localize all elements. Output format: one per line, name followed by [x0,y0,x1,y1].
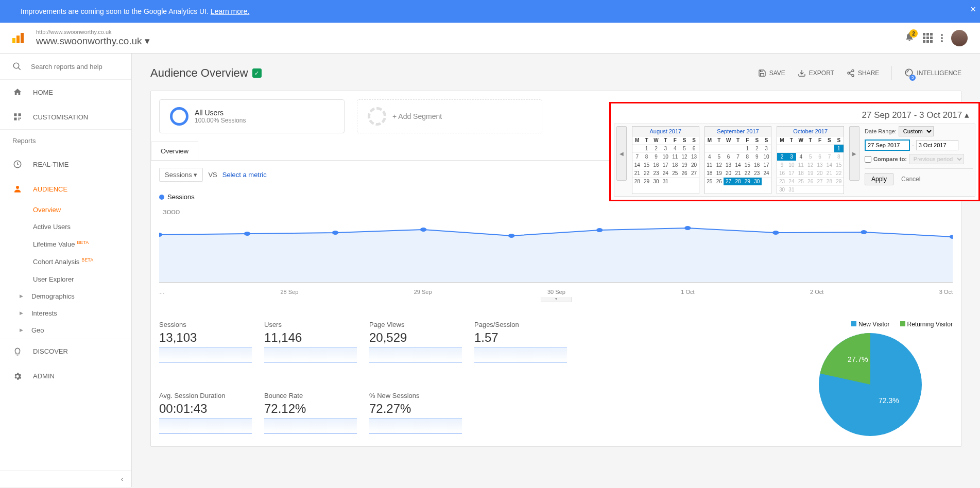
banner-close-icon[interactable]: × [970,4,976,15]
property-selector[interactable]: http://www.swoonworthy.co.uk www.swoonwo… [36,29,150,47]
save-button[interactable]: SAVE [758,69,785,77]
segment-all-users[interactable]: All Users100.00% Sessions [159,99,345,133]
metric-card[interactable]: Sessions13,103 [159,321,252,365]
metric-select[interactable]: Sessions ▾ [159,168,203,182]
user-avatar[interactable] [951,30,968,46]
metric-card[interactable]: Users11,146 [264,321,357,365]
person-icon [12,184,23,194]
nav-audience-overview[interactable]: Overview [0,201,131,218]
apps-icon[interactable] [923,33,933,43]
search-icon [12,62,22,71]
sparkline [264,347,357,362]
date-to-input[interactable] [916,140,958,150]
banner-link[interactable]: Learn more. [211,7,249,15]
calendar-aug[interactable]: August 2017 MTWTFSS 123456 78910111213 1… [632,126,699,194]
nav-admin[interactable]: ADMIN [0,364,131,389]
verified-shield-icon: ✓ [252,68,262,78]
svg-rect-4 [14,118,16,120]
sparkline [369,418,462,433]
ga-logo-icon[interactable] [12,33,24,43]
banner-text: Improvements are coming soon to the Goog… [21,7,209,15]
search-box[interactable]: Search reports and help [0,54,131,80]
collapse-sidebar[interactable]: ‹ [0,470,131,487]
svg-point-12 [852,75,854,77]
metric-value: 72.12% [264,402,357,416]
nav-home[interactable]: HOME [0,80,131,104]
add-segment-button[interactable]: + Add Segment [357,99,542,133]
compare-select[interactable]: Previous period [909,154,964,164]
sparkline [369,347,462,362]
share-icon [847,69,855,77]
notifications-icon[interactable]: 2 [904,31,915,44]
caret-right-icon: ▶ [20,310,23,316]
gear-icon [12,371,23,381]
page-title: Audience Overview [150,66,248,80]
nav-cohort-analysis[interactable]: Cohort AnalysisBETA [0,253,131,270]
nav-discover[interactable]: DISCOVER [0,339,131,364]
svg-point-10 [852,69,854,72]
svg-rect-6 [20,118,21,119]
apply-button[interactable]: Apply [865,173,893,185]
more-icon[interactable] [941,34,943,42]
date-range-panel: 27 Sep 2017 - 3 Oct 2017 ▴ ◀ August 2017… [609,102,980,201]
save-icon [758,69,766,77]
metric-card[interactable]: Pages/Session1.57 [474,321,567,365]
bulb-icon [12,346,23,357]
nav-realtime[interactable]: REAL-TIME [0,152,131,177]
metric-value: 00:01:43 [159,402,252,416]
svg-point-11 [848,72,850,74]
nav-interests[interactable]: ▶Interests [0,305,131,322]
calendar-next-icon[interactable]: ▶ [849,126,859,181]
calendar-oct[interactable]: October 2017 MTWTFSS 1 2345678 910111213… [777,126,844,194]
svg-point-0 [13,63,19,68]
notification-badge: 2 [909,29,918,38]
nav-lifetime-value[interactable]: Lifetime ValueBETA [0,235,131,253]
export-icon [798,69,806,77]
metric-card[interactable]: % New Sessions72.27% [369,392,462,436]
date-range-display[interactable]: 27 Sep 2017 - 3 Oct 2017 ▴ [614,107,975,124]
intelligence-button[interactable]: 5 INTELLIGENCE [904,68,961,79]
app-header: http://www.swoonworthy.co.uk www.swoonwo… [0,23,980,54]
nav-demographics[interactable]: ▶Demographics [0,288,131,305]
nav-customisation[interactable]: CUSTOMISATION [0,104,131,129]
sparkline [159,418,252,433]
svg-point-22 [596,228,603,232]
property-name: www.swoonworthy.co.uk ▾ [36,35,150,47]
info-banner: Improvements are coming soon to the Goog… [0,0,980,23]
nav-user-explorer[interactable]: User Explorer [0,271,131,288]
metric-card[interactable]: Bounce Rate72.12% [264,392,357,436]
visitor-pie-chart[interactable]: 27.7% 72.3% [788,333,953,436]
chart-handle-icon[interactable]: ▾ [159,294,953,302]
nav-audience[interactable]: AUDIENCE [0,177,131,201]
metric-value: 1.57 [474,330,567,345]
select-metric-link[interactable]: Select a metric [222,171,267,179]
metric-label: Pages/Session [474,321,567,328]
svg-point-18 [244,232,250,236]
home-icon [12,87,23,97]
caret-right-icon: ▶ [20,293,23,299]
metric-value: 72.27% [369,402,462,416]
svg-text:27.7%: 27.7% [848,355,868,363]
calendar-sep[interactable]: September 2017 MTWTFSS 123 45678910 1112… [704,126,772,194]
metric-label: Avg. Session Duration [159,392,252,399]
sessions-line-chart[interactable]: 3000 1500 [159,205,953,289]
svg-point-20 [420,228,426,232]
share-button[interactable]: SHARE [847,69,879,77]
calendar-prev-icon[interactable]: ◀ [616,126,627,181]
sparkline [474,347,567,362]
compare-checkbox[interactable] [865,156,871,163]
add-segment-icon [368,107,386,126]
nav-active-users[interactable]: Active Users [0,218,131,235]
tab-overview[interactable]: Overview [151,142,198,160]
nav-geo[interactable]: ▶Geo [0,322,131,339]
export-button[interactable]: EXPORT [798,69,834,77]
date-from-input[interactable] [865,140,910,151]
metric-card[interactable]: Avg. Session Duration00:01:43 [159,392,252,436]
metric-card[interactable]: Page Views20,529 [369,321,462,365]
cancel-button[interactable]: Cancel [895,173,926,185]
sparkline [159,347,252,362]
svg-line-1 [18,67,21,70]
date-range-preset-select[interactable]: Custom [899,126,934,136]
metric-label: Users [264,321,357,328]
svg-rect-5 [19,118,20,119]
